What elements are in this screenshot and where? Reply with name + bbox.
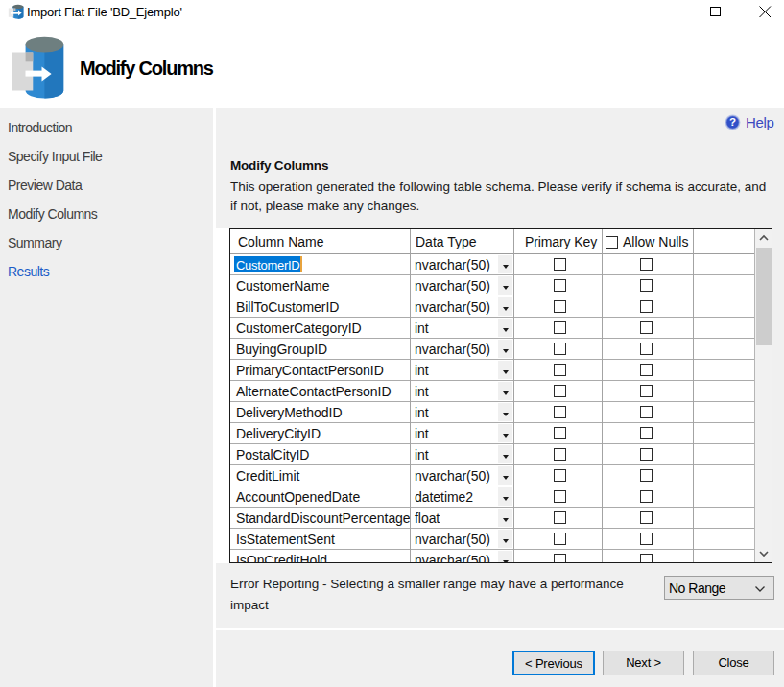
svg-text:?: ? [729,116,736,128]
